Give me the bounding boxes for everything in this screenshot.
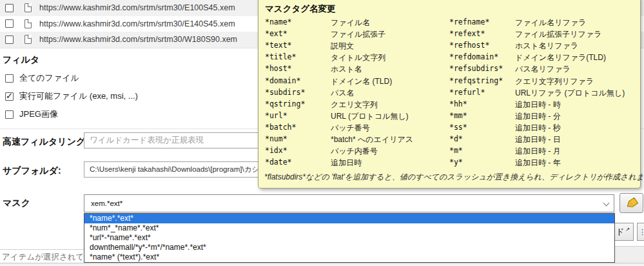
tooltip-row: *batch* バッチ番号 *ss* 追加日時 - 秒 (259, 123, 640, 134)
bottom-right-panel (615, 246, 644, 263)
mask-dropdown-option[interactable]: downthemall/*y*-*m*/*name*.*ext* (84, 243, 614, 252)
chevron-down-icon[interactable] (603, 200, 610, 207)
mask-tag: *hh* (449, 99, 467, 108)
subfolder-value: C:\Users\kenji takahashi\Downloads\[prog… (90, 165, 282, 174)
mask-tag: *qstring* (265, 99, 305, 108)
subfolder-label: サブフォルダ: (3, 165, 61, 177)
tag-icon (625, 198, 639, 209)
tooltip-row: *title* タイトル文字列 *refdomain* ドメイン名リファラ(TL… (259, 52, 640, 64)
mask-tag: *text* (265, 41, 292, 50)
cutoff-button-glyph: ⋮ (639, 228, 644, 236)
mask-tag: *title* (265, 52, 296, 61)
download-dialog: https://www.kashmir3d.com/srtm/srtm30/E1… (0, 0, 644, 266)
mask-tag-desc: 追加日時 - 分 (515, 111, 561, 122)
mini-arrow-icon: ↗ (625, 227, 630, 232)
mask-tag: *url* (265, 111, 288, 120)
document-icon (24, 3, 32, 12)
mask-tag-desc: *batch* へのエイリアス (331, 134, 413, 145)
mask-tag: *refqstring* (449, 76, 503, 85)
tooltip-title: マスクタグ名変更 (265, 3, 336, 15)
mask-dropdown-option[interactable]: *name* (*text*).*ext* (84, 252, 614, 262)
mask-tag: *refurl* (449, 88, 485, 97)
mask-tag-desc: ドメイン名 (TLD) (331, 76, 392, 87)
mask-tag-desc: 追加日時 - 時 (515, 99, 561, 110)
mask-value: xem.*ext* (91, 200, 122, 207)
mask-tag-desc: URLリファラ (プロトコル無し) (515, 88, 625, 99)
mask-tag: *refhost* (449, 41, 489, 50)
filter-checkbox[interactable] (5, 74, 14, 83)
mask-tag: *host* (265, 64, 292, 73)
filter-option[interactable]: 実行可能ファイル (exe, msi, ...) (5, 90, 138, 102)
mask-tag: *mm* (449, 111, 467, 120)
mask-tag-desc: パス名リファラ (515, 64, 571, 75)
tooltip-row: *ext* ファイル拡張子 *refext* ファイル拡張子リファラ (259, 29, 640, 41)
mask-tag-desc: 追加日時 - 月 (515, 146, 561, 157)
url-text: https://www.kashmir3d.com/srtm/srtm30/W1… (39, 35, 237, 44)
mask-tag-desc: 追加日時 - 日 (515, 134, 561, 145)
mask-tag: *m* (449, 146, 463, 155)
mask-tag: *refsubdirs* (449, 64, 503, 73)
tooltip-row: *text* 説明文 *refhost* ホスト名リファラ (259, 41, 640, 52)
tooltip-footnote: *flatsubdirs*などの 'flat'を追加すると、値のすべてのスラッシ… (264, 172, 644, 183)
tooltip-row: *qstring* クエリ文字列 *hh* 追加日時 - 時 (259, 99, 640, 111)
mask-tag: *d* (449, 134, 463, 143)
tooltip-row: *host* ホスト名 *refsubdirs* パス名リファラ (259, 64, 640, 76)
tooltip-row: *idx* バッチ内番号 *m* 追加日時 - 月 (259, 146, 640, 158)
mask-dropdown-option[interactable]: *name*.*ext* (84, 214, 614, 223)
mask-tag-desc: 追加日時 - 秒 (515, 123, 561, 134)
mask-tag-desc: ファイル名 (331, 17, 370, 28)
mask-tag: *refname* (449, 17, 489, 26)
mask-label: マスク (3, 198, 30, 209)
document-icon (24, 35, 32, 44)
mask-dropdown-option[interactable]: *num*_*name*.*ext* (84, 223, 614, 233)
fast-filtering-placeholder: ワイルドカード表現か正規表現 (90, 135, 204, 146)
tooltip-row: *domain* ドメイン名 (TLD) *refqstring* クエリ文字列… (259, 76, 640, 88)
mask-tag: *ext* (265, 29, 288, 38)
fast-filtering-label: 高速フィルタリング (3, 136, 85, 148)
filter-option-label: 全てのファイル (19, 72, 79, 84)
mask-tag-desc: バッチ内番号 (331, 146, 378, 157)
mask-tag-desc: パス名 (331, 88, 355, 99)
filter-option[interactable]: JPEG画像 (5, 108, 58, 120)
url-checkbox[interactable] (5, 4, 14, 12)
mask-tag-desc: ドメイン名リファラ(TLD) (515, 52, 606, 63)
url-checkbox[interactable] (5, 36, 14, 44)
mask-tag-desc: バッチ番号 (331, 123, 370, 134)
mask-tag-desc: タイトル文字列 (331, 52, 385, 63)
tooltip-row: *num* *batch* へのエイリアス *d* 追加日時 - 日 (259, 134, 640, 146)
mask-tag: *date* (265, 158, 292, 167)
mask-tag-desc: ファイル拡張子リファラ (515, 29, 601, 40)
mask-tag: *ss* (449, 123, 467, 132)
mask-dropdown-option[interactable]: *url*-*name*.*ext* (84, 233, 614, 243)
mask-tag: *y* (449, 158, 463, 167)
mask-tag-desc: ホスト名リファラ (515, 41, 578, 52)
url-text: https://www.kashmir3d.com/srtm/srtm30/E1… (39, 3, 235, 12)
mask-tag: *num* (265, 134, 288, 143)
tooltip-row: *date* 追加日時 *y* 追加日時 - 年 (259, 158, 640, 169)
url-text: https://www.kashmir3d.com/srtm/srtm30/E1… (39, 19, 235, 28)
url-checkbox[interactable] (5, 19, 14, 28)
mask-tags-tooltip: マスクタグ名変更 *name* ファイル名 *refname* ファイル名リファ… (258, 0, 641, 189)
bottom-strip (0, 263, 644, 266)
mask-combobox[interactable]: xem.*ext* (84, 194, 614, 212)
cutoff-button-partial[interactable]: ⋮ (637, 223, 644, 241)
filter-section-title: フィルタ (3, 54, 39, 66)
mask-tag-desc: 追加日時 (331, 158, 362, 169)
filter-checkbox[interactable] (5, 110, 14, 119)
mask-tag-desc: クエリ文字列 (331, 99, 378, 110)
filter-checkbox[interactable] (5, 92, 14, 101)
mask-tag: *batch* (265, 123, 296, 132)
rename-tags-button[interactable] (620, 193, 643, 213)
filter-option[interactable]: 全てのファイル (5, 72, 79, 84)
mask-tag-desc: ホスト名 (331, 64, 362, 75)
tooltip-row: *subdirs* パス名 *refurl* URLリファラ (プロトコル無し) (259, 88, 640, 99)
mask-tag-desc: クエリ文字列リファラ (515, 76, 594, 87)
mask-tag: *refdomain* (449, 52, 498, 61)
mask-tag: *domain* (265, 76, 300, 85)
filter-option-label: JPEG画像 (19, 108, 58, 120)
filter-option-label: 実行可能ファイル (exe, msi, ...) (19, 90, 138, 102)
mask-dropdown-list: *name*.*ext**num*_*name*.*ext**url*-*nam… (84, 213, 615, 263)
mask-tag: *name* (265, 17, 292, 26)
document-icon (24, 19, 32, 28)
mask-tag-desc: ファイル拡張子 (331, 29, 385, 40)
